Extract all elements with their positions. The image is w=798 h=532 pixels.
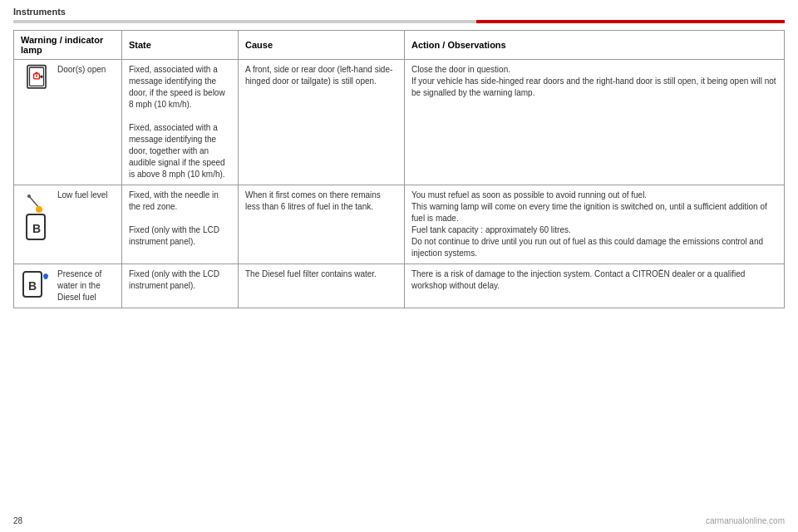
col-header-cause: Cause — [239, 31, 405, 60]
door-action-text: Close the door in question.If your vehic… — [411, 65, 776, 97]
content: Warning / indicator lamp State Cause Act… — [0, 30, 798, 308]
svg-text:B: B — [32, 222, 41, 235]
door-cause-text: A front, side or rear door (left-hand si… — [245, 65, 392, 86]
door-icon — [21, 64, 52, 92]
fuel-cause-text: When it first comes on there remains les… — [245, 190, 381, 211]
header-bar — [13, 20, 785, 23]
water-warning-label: Presence ofwater in theDiesel fuel — [57, 268, 101, 303]
water-action: There is a risk of damage to the injecti… — [405, 264, 785, 308]
table-row: Door(s) open Fixed, associated with a me… — [14, 60, 785, 185]
water-cause: The Diesel fuel filter contains water. — [239, 264, 405, 308]
header-title: Instruments — [13, 7, 66, 17]
col-header-warning: Warning / indicator lamp — [14, 31, 122, 60]
door-warning-label: Door(s) open — [57, 64, 106, 76]
warning-cell-water: B Presence ofwater in theDiesel fuel — [14, 264, 122, 308]
svg-text:B: B — [28, 279, 37, 293]
door-action: Close the door in question.If your vehic… — [405, 60, 785, 185]
door-state: Fixed, associated with a message identif… — [122, 60, 239, 185]
fuel-state-text: Fixed, with the needle in the red zone.F… — [129, 190, 219, 246]
table-row: B Presence ofwater in theDiesel fuel Fix… — [14, 264, 785, 308]
col-header-action: Action / Observations — [405, 31, 785, 60]
col-header-state: State — [122, 31, 239, 60]
table-row: B Low fuel level Fixed, with the needle … — [14, 185, 785, 264]
page-header: Instruments — [0, 0, 798, 20]
fuel-state: Fixed, with the needle in the red zone.F… — [122, 185, 239, 264]
water-cause-text: The Diesel fuel filter contains water. — [245, 269, 377, 278]
svg-point-6 — [27, 195, 31, 198]
fuel-cause: When it first comes on there remains les… — [239, 185, 405, 264]
page-number: 28 — [13, 516, 22, 525]
fuel-action: You must refuel as soon as possible to a… — [405, 185, 785, 264]
svg-point-9 — [36, 206, 42, 213]
water-state: Fixed (only with the LCD instrument pane… — [122, 264, 239, 308]
door-state-text: Fixed, associated with a message identif… — [129, 65, 225, 179]
fuel-action-text: You must refuel as soon as possible to a… — [411, 190, 767, 258]
warning-cell-fuel: B Low fuel level — [14, 185, 122, 264]
warning-cell-door: Door(s) open — [14, 60, 122, 185]
water-state-text: Fixed (only with the LCD instrument pane… — [129, 269, 219, 290]
water-action-text: There is a risk of damage to the injecti… — [411, 269, 745, 290]
svg-line-5 — [29, 196, 39, 208]
water-icon: B — [21, 268, 52, 302]
door-cause: A front, side or rear door (left-hand si… — [239, 60, 405, 185]
svg-point-4 — [36, 75, 37, 76]
svg-point-2 — [40, 76, 42, 78]
footer-logo: carmanualonline.com — [706, 516, 785, 525]
fuel-warning-label: Low fuel level — [57, 190, 108, 201]
main-table: Warning / indicator lamp State Cause Act… — [13, 30, 785, 308]
fuel-icon: B — [21, 190, 52, 248]
